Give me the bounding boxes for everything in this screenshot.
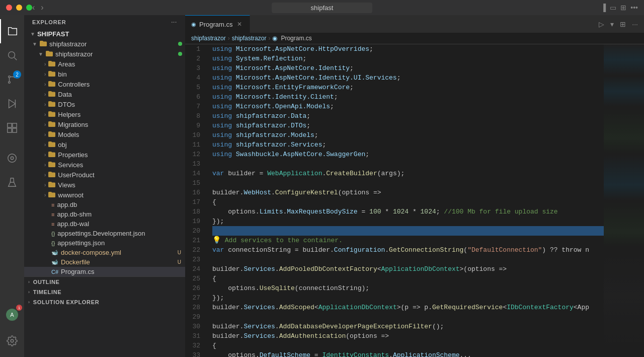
- docker-icon: 🐋: [51, 259, 58, 265]
- close-button[interactable]: [6, 5, 12, 11]
- line-number: 30: [185, 322, 204, 331]
- code-segment: GetRequiredService: [432, 303, 503, 312]
- forward-button[interactable]: ›: [39, 2, 45, 13]
- tree-item-areas[interactable]: › Areas: [24, 59, 185, 69]
- editor-with-minimap: 1234567891011121314151617181920212223242…: [185, 44, 644, 357]
- activity-testing[interactable]: [0, 170, 24, 194]
- sidebar: EXPLORER ··· ▼ SHIPFAST ▼ shipfastrazor: [24, 15, 185, 357]
- code-editor[interactable]: 1234567891011121314151617181920212223242…: [185, 44, 604, 357]
- code-segment: Microsoft.EntityFrameworkCore: [232, 83, 350, 92]
- tree-item-label: app.db-wal: [57, 220, 89, 228]
- tree-item-shipfastrazor-root[interactable]: ▼ shipfastrazor: [24, 39, 185, 49]
- code-segment: CreateBuilder: [326, 169, 377, 178]
- code-segment: *: [381, 207, 393, 217]
- folder-chevron: ›: [44, 102, 46, 107]
- line-number: 28: [185, 303, 204, 312]
- activity-settings[interactable]: [0, 329, 24, 353]
- code-segment: });: [212, 217, 224, 226]
- code-segment: ;: [330, 102, 334, 111]
- tree-item-app-db[interactable]: ≡ app.db: [24, 200, 185, 209]
- tree-item-appsettings[interactable]: {} appsettings.json: [24, 238, 185, 248]
- code-segment: ;: [306, 111, 310, 121]
- code-segment: (args);: [377, 169, 405, 178]
- tree-item-services[interactable]: › Services: [24, 160, 185, 170]
- sidebar-toggle-icon[interactable]: ▐: [601, 4, 606, 12]
- code-line: [212, 226, 604, 236]
- activity-run[interactable]: [0, 92, 24, 116]
- split-editor-button[interactable]: ⊞: [618, 19, 628, 29]
- outline-panel-header[interactable]: › OUTLINE: [24, 277, 185, 287]
- code-segment: builder.: [212, 322, 244, 331]
- tree-item-userproduct[interactable]: › UserProduct: [24, 170, 185, 180]
- code-segment: 100: [369, 207, 381, 217]
- tree-item-models[interactable]: › Models: [24, 129, 185, 139]
- line-number: 16: [185, 188, 204, 197]
- tree-item-program-cs[interactable]: C# Program.cs: [24, 267, 185, 276]
- tree-item-label: Data: [58, 91, 71, 98]
- activity-search[interactable]: [0, 43, 24, 67]
- tab-program-cs[interactable]: ◉ Program.cs ✕: [185, 15, 250, 33]
- code-segment: .: [275, 303, 279, 312]
- line-number: 1: [185, 44, 204, 54]
- tree-item-docker-compose[interactable]: 🐋 docker-compose.yml U: [24, 248, 185, 257]
- run-button[interactable]: ▷: [597, 19, 606, 29]
- sidebar-more-icon[interactable]: ···: [171, 19, 177, 25]
- search-input[interactable]: [272, 3, 372, 13]
- tree-item-dtos[interactable]: › DTOs: [24, 99, 185, 109]
- tab-close-button[interactable]: ✕: [235, 20, 244, 28]
- tree-item-data[interactable]: › Data: [24, 89, 185, 99]
- solution-explorer-panel-header[interactable]: › SOLUTION EXPLORER: [24, 297, 185, 307]
- run-dropdown-button[interactable]: ▾: [608, 19, 616, 29]
- tree-item-obj[interactable]: › obj: [24, 139, 185, 150]
- code-segment: shipfastrazor.Services: [232, 140, 322, 150]
- tree-item-migrations[interactable]: › Migrations: [24, 119, 185, 129]
- minimize-button[interactable]: [16, 5, 22, 11]
- tree-root-shipfast[interactable]: ▼ SHIPFAST: [24, 29, 185, 39]
- activity-account[interactable]: A 1: [0, 303, 24, 327]
- activity-explorer[interactable]: [0, 19, 24, 43]
- tree-item-label: Views: [58, 181, 75, 189]
- db-icon: ≡: [51, 202, 54, 208]
- panel-toggle-icon[interactable]: ▭: [610, 4, 616, 12]
- code-segment: builder.: [212, 303, 244, 312]
- more-actions-button[interactable]: ···: [630, 19, 640, 29]
- tree-item-app-db-shm[interactable]: ≡ app.db-shm: [24, 209, 185, 219]
- back-button[interactable]: ‹: [30, 2, 37, 13]
- tree-item-shipfastrazor-sub[interactable]: ▼ shipfastrazor: [24, 49, 185, 59]
- breadcrumb-item-1[interactable]: shipfastrazor: [232, 35, 267, 42]
- layout-icon[interactable]: ⊞: [620, 4, 626, 12]
- breadcrumb-item-0[interactable]: shipfastrazor: [191, 35, 226, 42]
- code-segment: ;: [306, 121, 310, 130]
- code-segment: AddPooledDbContextFactory: [279, 264, 377, 274]
- code-segment: using: [212, 63, 232, 73]
- timeline-panel-header[interactable]: › TIMELINE: [24, 287, 185, 297]
- more-actions-icon[interactable]: •••: [630, 4, 638, 12]
- code-segment: .: [322, 169, 326, 178]
- tree-item-app-db-wal[interactable]: ≡ app.db-wal: [24, 219, 185, 229]
- code-content[interactable]: using Microsoft.AspNetCore.HttpOverrides…: [210, 44, 604, 357]
- activity-extensions[interactable]: [0, 116, 24, 140]
- tree-item-helpers[interactable]: › Helpers: [24, 109, 185, 119]
- tab-bar: ◉ Program.cs ✕ ▷ ▾ ⊞ ···: [185, 15, 644, 33]
- code-segment: <: [503, 303, 507, 312]
- tree-item-appsettings-dev[interactable]: {} appsettings.Development.json: [24, 229, 185, 238]
- folder-chevron: ▼: [32, 41, 37, 47]
- line-number: 21: [185, 236, 204, 245]
- tree-item-bin[interactable]: › bin: [24, 69, 185, 79]
- breadcrumb-file[interactable]: Program.cs: [281, 35, 311, 42]
- line-number: 19: [185, 217, 204, 226]
- tree-item-properties[interactable]: › Properties: [24, 150, 185, 160]
- tree-item-dockerfile[interactable]: 🐋 Dockerfile U: [24, 257, 185, 267]
- activity-bar: 2 A 1: [0, 15, 24, 357]
- activity-remote[interactable]: [0, 146, 24, 170]
- folder-chevron: ›: [44, 152, 46, 158]
- tree-item-controllers[interactable]: › Controllers: [24, 79, 185, 89]
- tree-item-views[interactable]: › Views: [24, 180, 185, 190]
- line-number: 9: [185, 121, 204, 130]
- activity-source-control[interactable]: 2: [0, 67, 24, 92]
- code-segment: shipfastrazor.Data: [232, 111, 306, 121]
- folder-icon: [48, 161, 56, 169]
- tree-item-wwwroot[interactable]: › wwwroot: [24, 190, 185, 200]
- code-segment: Services: [244, 322, 275, 331]
- code-line: });: [212, 293, 604, 303]
